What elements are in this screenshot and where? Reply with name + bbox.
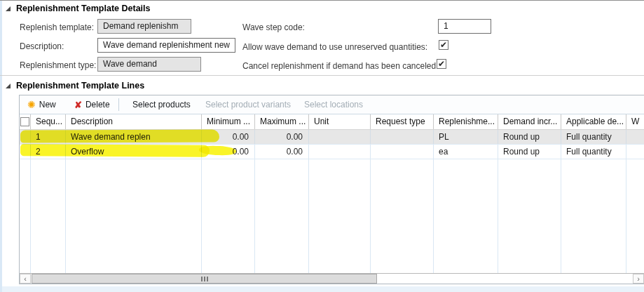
cell-sequence[interactable]: 2 [31, 145, 66, 159]
column-gridline [254, 159, 255, 273]
select-products-label: Select products [132, 100, 191, 109]
column-header-wave[interactable]: W [626, 114, 644, 129]
cell-request-type[interactable] [371, 130, 434, 144]
scrollbar-grip-icon [207, 277, 208, 281]
allow-unreserved-checkbox[interactable]: ✔ [439, 40, 448, 50]
cell-maximum[interactable]: 0.00 [255, 130, 309, 144]
allow-unreserved-label: Allow wave demand to use unreserved quan… [242, 42, 427, 52]
scroll-left-button[interactable]: ‹ [20, 274, 31, 284]
delete-button[interactable]: ✘ Delete [74, 95, 110, 114]
wave-step-code-field[interactable]: 1 [438, 19, 491, 34]
scroll-right-icon: › [637, 275, 640, 283]
row-select-cell[interactable] [20, 130, 31, 144]
cell-applicable-demand[interactable]: Full quantity [561, 130, 626, 144]
new-button[interactable]: ✺ New [27, 95, 56, 114]
details-section-title: Replenishment Template Details [16, 4, 151, 13]
replenishment-type-label: Replenishment type: [20, 60, 96, 70]
column-gridline [626, 159, 626, 273]
column-gridline [201, 159, 202, 273]
select-all-checkbox[interactable] [20, 117, 29, 126]
cell-unit[interactable] [309, 130, 371, 144]
replenish-template-field[interactable]: Demand replenishm [97, 19, 191, 34]
scrollbar-thumb[interactable] [32, 274, 377, 284]
cell-request-type[interactable] [371, 145, 434, 159]
scroll-left-icon: ‹ [24, 275, 27, 283]
lines-toolbar: ✺ New ✘ Delete Select products Select pr… [20, 95, 644, 114]
cell-applicable-demand[interactable]: Full quantity [561, 145, 626, 159]
cell-description[interactable]: Overflow [66, 145, 202, 159]
cell-minimum[interactable]: 0.00 [202, 145, 255, 159]
select-locations-button: Select locations [304, 95, 363, 114]
column-header-demand-increment[interactable]: Demand incr... [498, 114, 561, 129]
replenish-template-label: Replenish template: [20, 22, 94, 32]
bottom-edge-strip [2, 286, 644, 292]
cell-wave[interactable] [626, 130, 644, 144]
table-row[interactable]: 2 Overflow 0.00 0.00 ea Round up Full qu… [20, 145, 644, 159]
select-product-variants-button: Select product variants [205, 95, 291, 114]
cell-replenishment[interactable]: PL [434, 130, 498, 144]
column-header-applicable-demand[interactable]: Applicable de... [561, 114, 626, 129]
select-products-button[interactable]: Select products [132, 95, 191, 114]
delete-x-icon: ✘ [74, 100, 82, 109]
check-icon: ✔ [438, 60, 445, 68]
column-gridline [370, 159, 371, 273]
column-header-minimum[interactable]: Minimum ... [202, 114, 255, 129]
lines-section-title: Replenishment Template Lines [16, 81, 144, 91]
left-edge-strip [0, 1, 2, 292]
column-gridline [30, 159, 31, 273]
scrollbar-grip-icon [204, 277, 205, 281]
description-field[interactable]: Wave demand replenishment new [97, 38, 235, 53]
cell-description[interactable]: Wave demand replen [66, 130, 202, 144]
collapse-arrow-icon[interactable] [6, 84, 11, 88]
toolbar-separator [118, 98, 119, 111]
wave-step-code-label: Wave step code: [242, 22, 305, 32]
row-select-cell[interactable] [20, 145, 31, 159]
column-header-description[interactable]: Description [66, 114, 202, 129]
description-label: Description: [20, 41, 64, 51]
column-header-sequence[interactable]: Sequ... [31, 114, 66, 129]
section-divider [0, 75, 644, 76]
grid-header-row: Sequ... Description Minimum ... Maximum … [20, 114, 644, 130]
replenishment-template-form: Replenishment Template Details Replenish… [0, 0, 644, 292]
horizontal-scrollbar[interactable]: ‹ › [20, 273, 644, 284]
lines-panel: ✺ New ✘ Delete Select products Select pr… [19, 95, 644, 284]
table-row[interactable]: 1 Wave demand replen 0.00 0.00 PL Round … [20, 130, 644, 145]
collapse-arrow-icon[interactable] [6, 6, 11, 11]
select-all-cell[interactable] [20, 114, 31, 129]
cell-sequence[interactable]: 1 [31, 130, 66, 144]
replenishment-type-field[interactable]: Wave demand [97, 57, 201, 72]
cancel-replenishment-checkbox[interactable]: ✔ [437, 59, 446, 69]
cell-maximum[interactable]: 0.00 [255, 145, 309, 159]
cell-demand-increment[interactable]: Round up [498, 145, 561, 159]
column-gridline [65, 159, 66, 273]
column-header-request-type[interactable]: Request type [371, 114, 434, 129]
column-gridline [498, 159, 498, 273]
cancel-replenishment-label: Cancel replenishment if demand has been … [242, 61, 439, 71]
column-gridline [433, 159, 434, 273]
select-locations-label: Select locations [304, 100, 363, 109]
column-gridline [308, 159, 309, 273]
check-icon: ✔ [440, 41, 447, 49]
scrollbar-grip-icon [201, 277, 203, 281]
new-starburst-icon: ✺ [27, 100, 36, 109]
scroll-right-button[interactable]: › [633, 274, 644, 284]
column-gridline [561, 159, 561, 273]
grid-empty-area [20, 159, 644, 273]
top-divider [0, 0, 644, 1]
new-button-label: New [39, 100, 56, 109]
select-product-variants-label: Select product variants [205, 100, 291, 109]
details-section-header[interactable]: Replenishment Template Details [6, 4, 151, 13]
column-header-replenishment[interactable]: Replenishme... [434, 114, 498, 129]
cell-minimum[interactable]: 0.00 [202, 130, 255, 144]
column-header-unit[interactable]: Unit [309, 114, 371, 129]
cell-unit[interactable] [309, 145, 371, 159]
cell-replenishment[interactable]: ea [434, 145, 498, 159]
lines-section-header[interactable]: Replenishment Template Lines [6, 81, 144, 91]
cell-demand-increment[interactable]: Round up [498, 130, 561, 144]
cell-wave[interactable] [626, 145, 644, 159]
delete-button-label: Delete [85, 100, 110, 109]
column-header-maximum[interactable]: Maximum ... [255, 114, 309, 129]
